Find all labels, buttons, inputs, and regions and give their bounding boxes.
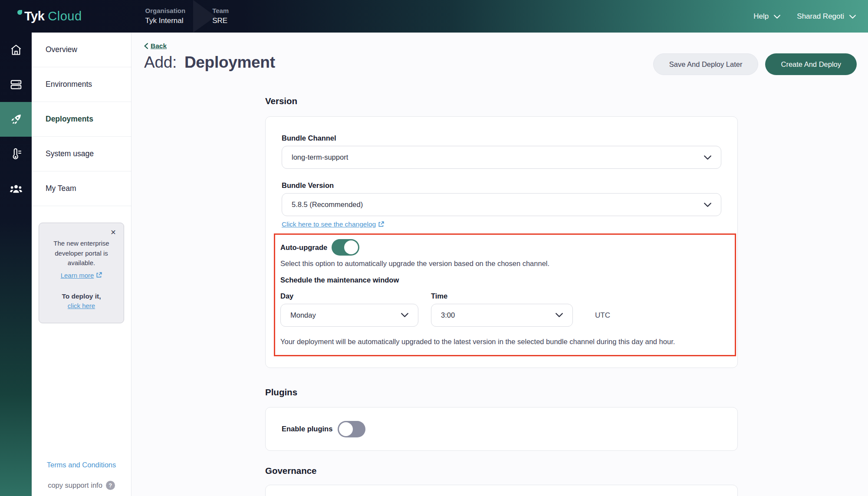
sidebar-item-my-team[interactable]: My Team — [32, 171, 131, 206]
page-title-main: Deployment — [184, 53, 275, 71]
plugins-heading: Plugins — [265, 387, 738, 397]
question-icon: ? — [106, 481, 115, 490]
auto-upgrade-description: Select this option to automatically upgr… — [280, 259, 724, 269]
toggle-knob — [339, 422, 353, 436]
enable-plugins-toggle[interactable] — [338, 421, 365, 437]
bundle-version-value: 5.8.5 (Recommended) — [292, 200, 363, 209]
chevron-down-icon — [849, 15, 856, 19]
time-label: Time — [431, 292, 573, 300]
sidebar-item-label: Environments — [46, 80, 92, 89]
auto-upgrade-highlight-box: Auto-upgrade Select this option to autom… — [274, 233, 736, 356]
sidebar-item-label: System usage — [46, 149, 94, 158]
topbar-actions: Help Sharad Regoti — [753, 12, 856, 21]
toggle-knob — [344, 240, 358, 254]
changelog-label: Click here to see the changelog — [282, 220, 376, 228]
bundle-version-label: Bundle Version — [282, 181, 721, 190]
plugins-card: Enable plugins — [265, 407, 738, 451]
chevron-down-icon — [556, 313, 563, 317]
sidebar-item-label: My Team — [46, 184, 76, 193]
icon-rail — [0, 33, 32, 496]
tyk-leaf-icon — [17, 10, 22, 15]
chevron-left-icon — [144, 43, 148, 49]
sidebar-item-system-usage[interactable]: System usage — [32, 137, 131, 171]
home-icon — [10, 43, 23, 56]
create-and-deploy-button[interactable]: Create And Deploy — [765, 53, 857, 75]
schedule-description: Your deployment will be automatically up… — [280, 336, 719, 348]
rocket-icon — [10, 113, 23, 126]
user-menu[interactable]: Sharad Regoti — [797, 12, 856, 21]
rail-item-overview[interactable] — [0, 33, 32, 67]
back-label: Back — [151, 42, 167, 50]
bundle-version-select[interactable]: 5.8.5 (Recommended) — [282, 193, 721, 216]
auto-upgrade-toggle[interactable] — [332, 239, 359, 256]
deploy-prompt: To deploy it, — [45, 292, 118, 300]
auto-upgrade-label: Auto-upgrade — [280, 243, 327, 252]
rail-item-deployments[interactable] — [0, 102, 32, 137]
sidebar-item-label: Deployments — [46, 115, 93, 124]
bundle-channel-label: Bundle Channel — [282, 134, 721, 142]
logo-suffix-text: Cloud — [48, 9, 82, 23]
day-label: Day — [280, 292, 418, 300]
version-card: Bundle Channel long-term-support Bundle … — [265, 116, 738, 368]
chevron-down-icon — [704, 155, 711, 160]
time-value: 3:00 — [441, 311, 455, 319]
chevron-down-icon — [704, 203, 711, 207]
help-menu[interactable]: Help — [753, 12, 780, 21]
rail-item-my-team[interactable] — [0, 171, 32, 206]
team-value: SRE — [212, 16, 229, 26]
time-select[interactable]: 3:00 — [431, 304, 573, 327]
schedule-window-label: Schedule the maintenance window — [280, 276, 724, 284]
thermometer-icon — [10, 148, 23, 161]
external-link-icon — [96, 272, 102, 278]
team-switcher[interactable]: Team SRE — [212, 0, 229, 33]
learn-more-link[interactable]: Learn more — [61, 272, 102, 279]
version-heading: Version — [265, 96, 738, 106]
copy-support-info-button[interactable]: copy support info ? — [32, 481, 131, 490]
help-label: Help — [753, 12, 769, 21]
user-name: Sharad Regoti — [797, 12, 844, 21]
logo-brand-text: Tyk — [24, 9, 44, 23]
chevron-down-icon — [774, 15, 780, 19]
governance-heading: Governance — [265, 466, 738, 476]
day-value: Monday — [290, 311, 316, 319]
page-title-prefix: Add: — [144, 53, 177, 71]
learn-more-label: Learn more — [61, 272, 94, 279]
governance-card — [265, 485, 738, 496]
click-here-link[interactable]: click here — [68, 302, 95, 309]
organisation-value: Tyk Internal — [145, 16, 186, 26]
topbar: Tyk Cloud Organisation Tyk Internal Team… — [0, 0, 868, 33]
team-label: Team — [212, 6, 229, 16]
chevron-down-icon — [401, 313, 408, 317]
main-content: Back Add: Deployment Save And Deploy Lat… — [132, 33, 868, 496]
copy-support-info-label: copy support info — [48, 481, 102, 489]
back-link[interactable]: Back — [144, 42, 167, 50]
day-select[interactable]: Monday — [280, 304, 418, 327]
form-content: Version Bundle Channel long-term-support… — [265, 96, 738, 496]
sidebar-item-overview[interactable]: Overview — [32, 33, 131, 67]
notice-message: The new enterprise developer portal is a… — [45, 239, 118, 268]
bundle-channel-select[interactable]: long-term-support — [282, 146, 721, 169]
header-buttons: Save And Deploy Later Create And Deploy — [653, 53, 857, 75]
people-icon — [9, 182, 23, 195]
breadcrumb: Organisation Tyk Internal Team SRE — [145, 0, 229, 33]
sidebar-item-environments[interactable]: Environments — [32, 67, 131, 102]
developer-portal-notice: ✕ The new enterprise developer portal is… — [39, 223, 124, 323]
timezone-label: UTC — [595, 311, 610, 320]
organisation-switcher[interactable]: Organisation Tyk Internal — [145, 0, 186, 33]
terms-and-conditions-link[interactable]: Terms and Conditions — [32, 461, 131, 469]
save-and-deploy-later-button[interactable]: Save And Deploy Later — [653, 53, 759, 75]
click-here-label: click here — [68, 302, 95, 309]
changelog-link[interactable]: Click here to see the changelog — [282, 220, 384, 228]
sidebar-menu: Overview Environments Deployments System… — [32, 33, 132, 496]
server-icon — [10, 78, 23, 91]
organisation-label: Organisation — [145, 6, 186, 16]
bundle-channel-value: long-term-support — [292, 153, 348, 161]
rail-item-environments[interactable] — [0, 67, 32, 102]
tyk-cloud-logo[interactable]: Tyk Cloud — [17, 9, 82, 23]
enable-plugins-label: Enable plugins — [282, 425, 332, 433]
sidebar-item-label: Overview — [46, 45, 77, 54]
external-link-icon — [378, 221, 384, 227]
rail-item-system-usage[interactable] — [0, 137, 32, 171]
sidebar-item-deployments[interactable]: Deployments — [32, 102, 131, 137]
close-icon[interactable]: ✕ — [109, 228, 118, 237]
